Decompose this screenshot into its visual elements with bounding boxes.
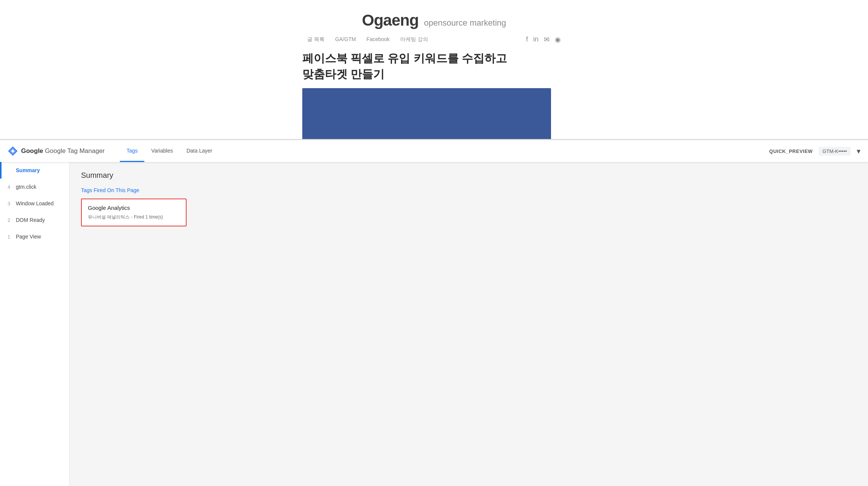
tags-fired-section-title: Tags Fired On This Page (81, 187, 857, 193)
nav-link-1[interactable]: 글 목록 (307, 36, 325, 43)
sidebar-item-num-4: 4 (8, 184, 13, 190)
tab-variables[interactable]: Variables (144, 140, 179, 162)
sidebar-item-summary[interactable]: Summary (0, 162, 69, 179)
gtm-content: Summary Tags Fired On This Page Google A… (70, 162, 868, 486)
sidebar-label-gtm-click: gtm.click (16, 184, 36, 190)
nav-link-4[interactable]: 마케팅 강의 (400, 36, 428, 43)
tag-card-title: Google Analytics (88, 205, 180, 211)
gtm-logo-icon (8, 146, 18, 156)
nav-icons: f in ✉ ◉ (526, 35, 561, 44)
sidebar-item-dom-ready[interactable]: 2 DOM Ready (0, 212, 69, 228)
linkedin-icon[interactable]: in (533, 35, 539, 44)
sidebar-label-summary: Summary (16, 167, 40, 173)
article-image: facebook Pixel <> (302, 88, 551, 139)
gtm-preview-label: QUICK_PREVIEW (769, 148, 813, 154)
email-icon[interactable]: ✉ (544, 35, 550, 44)
nav-links: 글 목록 GA/GTM Facebook 마케팅 강의 (307, 36, 428, 43)
rss-icon[interactable]: ◉ (555, 35, 561, 44)
content-title: Summary (81, 171, 857, 180)
sidebar-item-window-loaded[interactable]: 3 Window Loaded (0, 195, 69, 212)
sidebar-label-page-view: Page View (16, 234, 41, 240)
gtm-bar: Google Google Tag Manager Tags Variables… (0, 139, 868, 162)
gtm-tabs: Tags Variables Data Layer (120, 140, 219, 162)
site-title: Ogaeng (362, 11, 418, 29)
tag-card-google-analytics[interactable]: Google Analytics 유니버설 애널리틱스 - Fired 1 ti… (81, 199, 187, 226)
sidebar-label-window-loaded: Window Loaded (16, 200, 54, 206)
gtm-panel: Summary 4 gtm.click 3 Window Loaded 2 DO… (0, 162, 868, 486)
gtm-sidebar: Summary 4 gtm.click 3 Window Loaded 2 DO… (0, 162, 70, 486)
sidebar-item-num-3: 3 (8, 201, 13, 206)
nav-link-3[interactable]: Facebook (366, 36, 389, 43)
site-subtitle: opensource marketing (424, 18, 506, 28)
gtm-id: GTM-K••••• (819, 147, 851, 156)
site-nav-row: 글 목록 GA/GTM Facebook 마케팅 강의 f in ✉ ◉ (0, 35, 868, 44)
sidebar-item-page-view[interactable]: 1 Page View (0, 228, 69, 245)
gtm-logo: Google Google Tag Manager (8, 146, 105, 156)
gtm-brand-text: Google Google Tag Manager (21, 147, 105, 155)
facebook-icon[interactable]: f (526, 35, 528, 44)
website-area: Ogaeng opensource marketing 글 목록 GA/GTM … (0, 0, 868, 139)
sidebar-item-num-2: 2 (8, 217, 13, 223)
gtm-right: QUICK_PREVIEW GTM-K••••• ▾ (769, 147, 860, 156)
sidebar-item-num-1: 1 (8, 234, 13, 240)
article-title: 페이스북 픽셀로 유입 키워드를 수집하고 맞춤타겟 만들기 (302, 50, 566, 82)
tab-tags[interactable]: Tags (120, 140, 145, 162)
tag-card-subtitle: 유니버설 애널리틱스 - Fired 1 time(s) (88, 214, 180, 220)
gtm-dropdown-button[interactable]: ▾ (857, 147, 860, 156)
site-header: Ogaeng opensource marketing (362, 11, 506, 29)
sidebar-item-gtm-click[interactable]: 4 gtm.click (0, 179, 69, 195)
sidebar-label-dom-ready: DOM Ready (16, 217, 45, 223)
nav-link-2[interactable]: GA/GTM (335, 36, 356, 43)
tab-data-layer[interactable]: Data Layer (180, 140, 219, 162)
